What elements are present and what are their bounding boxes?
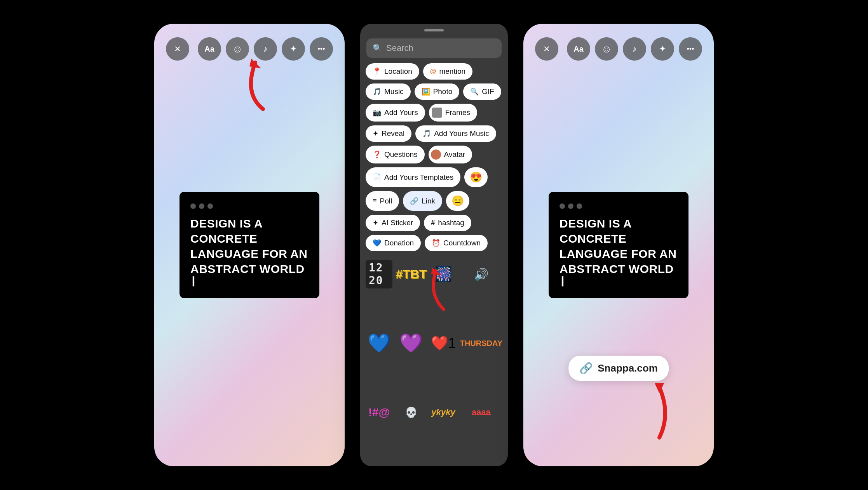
chip-donation-label: Donation <box>384 239 414 247</box>
effects-icon-right: ✦ <box>659 44 666 54</box>
search-placeholder: Search <box>386 43 413 53</box>
sticker-ykyky[interactable]: ykyky <box>430 395 457 430</box>
music-button-right[interactable]: ♪ <box>623 37 646 61</box>
chip-reveal[interactable]: ✦ Reveal <box>366 125 411 142</box>
link-sticker-label: Snappa.com <box>598 362 658 374</box>
sticker-tbt[interactable]: #TBT <box>396 257 427 292</box>
search-bar[interactable]: 🔍 Search <box>366 38 502 58</box>
purple-heart-sticker: 💜 <box>399 332 423 354</box>
chip-gif[interactable]: 🔍 GIF <box>463 83 501 100</box>
design-text-right: DESIGN IS A CONCRETE LANGUAGE FOR AN ABS… <box>559 216 678 276</box>
chip-add-yours-label: Add Yours <box>384 108 418 117</box>
add-yours-music-icon: 🎵 <box>422 129 431 138</box>
emoji2-icon: 😑 <box>451 195 464 207</box>
effects-button-right[interactable]: ✦ <box>651 37 674 61</box>
add-yours-templates-icon: 📄 <box>373 173 381 182</box>
hashtag-icon: # <box>431 219 435 227</box>
sticker-sound[interactable]: 🔊 <box>460 257 502 292</box>
gif-icon: 🔍 <box>470 87 479 96</box>
chip-mention-label: mention <box>439 67 465 76</box>
sticker-grid: 12 20 #TBT 🎆 🔊 💙 💜 ❤️1 THURSDAY !#@ 💀 <box>360 251 508 466</box>
im-dead-sticker: 💀 <box>405 407 417 419</box>
questions-icon: ❓ <box>373 150 381 159</box>
chip-hashtag[interactable]: # hashtag <box>424 215 471 231</box>
chip-music-label: Music <box>384 87 404 96</box>
add-yours-icon: 📷 <box>373 108 381 117</box>
chip-donation[interactable]: 💙 Donation <box>366 235 421 251</box>
topbar-right-right: Aa ☺ ♪ ✦ ••• <box>567 37 702 61</box>
chip-add-yours-templates[interactable]: 📄 Add Yours Templates <box>366 167 460 187</box>
donation-icon: 💙 <box>373 239 381 247</box>
chip-avatar[interactable]: Avatar <box>429 146 472 163</box>
aaa-sticker: aaaa <box>472 407 491 417</box>
design-box-left: DESIGN IS A CONCRETE LANGUAGE FOR AN ABS… <box>180 192 319 298</box>
chip-ai-sticker-label: AI Sticker <box>382 219 413 227</box>
chip-add-yours-templates-label: Add Yours Templates <box>384 173 453 182</box>
mention-icon: @ <box>430 68 436 75</box>
more-button-right[interactable]: ••• <box>679 37 702 61</box>
chip-hashtag-label: hashtag <box>438 219 464 227</box>
effects-icon-left: ✦ <box>290 44 297 54</box>
close-button-left[interactable]: × <box>166 37 189 61</box>
ai-sticker-icon: ✦ <box>373 219 378 227</box>
chip-add-yours[interactable]: 📷 Add Yours <box>366 104 425 122</box>
link-sticker[interactable]: 🔗 Snappa.com <box>568 356 669 381</box>
close-button-right[interactable]: × <box>535 37 558 61</box>
location-icon: 📍 <box>373 67 381 76</box>
chip-add-yours-music-label: Add Yours Music <box>434 129 489 138</box>
sticker-blue-heart[interactable]: 💙 <box>366 326 392 361</box>
more-button-left[interactable]: ••• <box>310 37 333 61</box>
chip-frames-label: Frames <box>445 108 470 117</box>
sticker-panel: 🔍 Search 📍 Location @ mention 🎵 Music 🖼️… <box>360 24 508 466</box>
topbar-right: × Aa ☺ ♪ ✦ ••• <box>523 24 714 63</box>
music-icon-left: ♪ <box>263 44 268 54</box>
sticker-im-dead[interactable]: 💀 <box>396 395 427 430</box>
sticker-wtf[interactable]: !#@ <box>366 395 392 430</box>
chip-location[interactable]: 📍 Location <box>366 63 419 80</box>
sticker-countdown-display[interactable]: 12 20 <box>366 257 392 292</box>
sticker-tbt2[interactable]: 🎆 <box>430 257 457 292</box>
sticker-thursday[interactable]: THURSDAY <box>460 326 502 361</box>
chip-countdown[interactable]: ⏰ Countdown <box>425 235 488 251</box>
chip-emoji[interactable]: 😍 <box>464 167 488 187</box>
text-button-left[interactable]: Aa <box>198 37 221 61</box>
sticker-icon-left: ☺ <box>232 43 243 55</box>
phone-left: × Aa ☺ ♪ ✦ ••• <box>154 24 345 466</box>
reveal-icon: ✦ <box>373 129 378 138</box>
red-arrow-up <box>232 55 279 115</box>
sticker-button-right[interactable]: ☺ <box>595 37 618 61</box>
chip-mention[interactable]: @ mention <box>423 63 472 80</box>
chip-photo[interactable]: 🖼️ Photo <box>415 83 460 100</box>
chips-grid: 📍 Location @ mention 🎵 Music 🖼️ Photo 🔍 … <box>360 63 508 251</box>
chip-photo-label: Photo <box>433 87 453 96</box>
window-dots-left <box>190 203 309 209</box>
sticker-purple-heart[interactable]: 💜 <box>396 326 427 361</box>
sticker-aaa[interactable]: aaaa <box>460 395 502 430</box>
effects-button-left[interactable]: ✦ <box>282 37 305 61</box>
chip-ai-sticker[interactable]: ✦ AI Sticker <box>366 215 420 231</box>
avatar-icon <box>431 149 441 160</box>
chip-location-label: Location <box>384 67 412 76</box>
music-chip-icon: 🎵 <box>373 87 381 96</box>
sticker-love-counter[interactable]: ❤️1 <box>430 326 457 361</box>
search-icon: 🔍 <box>373 43 382 53</box>
text-button-right[interactable]: Aa <box>567 37 590 61</box>
chip-add-yours-music[interactable]: 🎵 Add Yours Music <box>415 125 496 142</box>
design-text-left: DESIGN IS A CONCRETE LANGUAGE FOR AN ABS… <box>190 216 309 276</box>
sticker-icon-right: ☺ <box>601 43 612 55</box>
chip-poll-label: Poll <box>380 197 392 205</box>
chip-emoji2[interactable]: 😑 <box>446 191 469 211</box>
chip-questions[interactable]: ❓ Questions <box>366 146 425 163</box>
tbt2-sticker: 🎆 <box>435 266 452 282</box>
chip-music[interactable]: 🎵 Music <box>366 83 411 100</box>
cursor-icon-right: ▎ <box>562 276 568 287</box>
chip-link[interactable]: 🔗 Link <box>403 191 442 211</box>
cursor-icon-left: ▎ <box>193 276 199 287</box>
thursday-sticker: THURSDAY <box>460 339 502 348</box>
more-icon-left: ••• <box>318 45 325 53</box>
chip-poll[interactable]: ≡ Poll <box>366 191 399 211</box>
music-icon-right: ♪ <box>633 44 637 54</box>
chip-frames[interactable]: Frames <box>429 104 477 122</box>
emoji-icon: 😍 <box>470 171 482 183</box>
chip-reveal-label: Reveal <box>382 129 404 138</box>
